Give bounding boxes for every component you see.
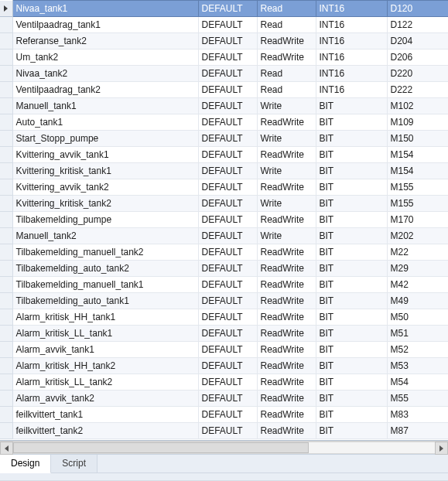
cell-name[interactable]: Ventilpaadrag_tank1 <box>12 17 198 33</box>
row-header[interactable] <box>0 374 12 391</box>
table-row[interactable]: Nivaa_tank2DEFAULTReadINT16D220 <box>0 66 448 82</box>
cell-address[interactable]: M49 <box>387 293 448 309</box>
table-row[interactable]: Um_tank2DEFAULTReadWriteINT16D206 <box>0 49 448 66</box>
row-header[interactable] <box>0 212 12 228</box>
cell-address[interactable]: D122 <box>387 17 448 33</box>
cell-name[interactable]: Alarm_kritisk_HH_tank1 <box>12 309 198 326</box>
cell-name[interactable]: Alarm_avvik_tank1 <box>12 342 198 358</box>
cell-access[interactable]: ReadWrite <box>257 179 316 196</box>
row-header[interactable] <box>0 82 12 98</box>
table-row[interactable]: Ventilpaadrag_tank2DEFAULTReadINT16D222 <box>0 82 448 98</box>
cell-type[interactable]: BIT <box>316 212 387 228</box>
cell-access[interactable]: Read <box>257 17 316 33</box>
cell-address[interactable]: M22 <box>387 244 448 261</box>
cell-name[interactable]: Kvittering_avvik_tank2 <box>12 179 198 196</box>
table-row[interactable]: Kvittering_kritisk_tank1DEFAULTWriteBITM… <box>0 163 448 179</box>
table-row-selected[interactable]: Nivaa_tank1DEFAULTReadINT16D120 <box>0 1 448 17</box>
cell-name[interactable]: Kvittering_avvik_tank1 <box>12 147 198 163</box>
row-header[interactable] <box>0 49 12 66</box>
cell-default[interactable]: DEFAULT <box>198 196 257 212</box>
cell-address[interactable]: M102 <box>387 98 448 114</box>
cell-access[interactable]: Write <box>257 131 316 147</box>
cell-type[interactable]: INT16 <box>316 82 387 98</box>
row-header[interactable] <box>0 114 12 131</box>
cell-address[interactable]: M87 <box>387 423 448 439</box>
cell-type[interactable]: BIT <box>316 407 387 423</box>
cell-type[interactable]: BIT <box>316 277 387 293</box>
cell-name[interactable]: Alarm_kritisk_LL_tank2 <box>12 374 198 391</box>
table-row[interactable]: Alarm_avvik_tank2DEFAULTReadWriteBITM55 <box>0 391 448 407</box>
table-row[interactable]: Referanse_tank2DEFAULTReadWriteINT16D204 <box>0 33 448 49</box>
cell-address[interactable]: M154 <box>387 163 448 179</box>
cell-name[interactable]: Auto_tank1 <box>12 114 198 131</box>
cell-name[interactable]: Manuell_tank2 <box>12 228 198 244</box>
cell-name[interactable]: Tilbakemelding_auto_tank2 <box>12 261 198 277</box>
cell-access[interactable]: ReadWrite <box>257 358 316 374</box>
cell-name[interactable]: Tilbakemelding_auto_tank1 <box>12 293 198 309</box>
cell-address[interactable]: M170 <box>387 212 448 228</box>
cell-name[interactable]: Ventilpaadrag_tank2 <box>12 82 198 98</box>
horizontal-scrollbar[interactable] <box>0 441 448 454</box>
cell-type[interactable]: INT16 <box>316 33 387 49</box>
cell-address[interactable]: M51 <box>387 326 448 342</box>
cell-name[interactable]: Referanse_tank2 <box>12 33 198 49</box>
table-row[interactable]: feilkvittert_tank1DEFAULTReadWriteBITM83 <box>0 407 448 423</box>
cell-type[interactable]: INT16 <box>316 49 387 66</box>
cell-name[interactable]: Alarm_kritisk_LL_tank1 <box>12 326 198 342</box>
cell-address[interactable]: D222 <box>387 82 448 98</box>
cell-address[interactable]: D204 <box>387 33 448 49</box>
cell-access[interactable]: ReadWrite <box>257 277 316 293</box>
row-header[interactable] <box>0 423 12 439</box>
cell-access[interactable]: ReadWrite <box>257 49 316 66</box>
row-header[interactable] <box>0 309 12 326</box>
cell-type[interactable]: BIT <box>316 147 387 163</box>
cell-type[interactable]: INT16 <box>316 66 387 82</box>
row-header[interactable] <box>0 147 12 163</box>
tag-grid[interactable]: Nivaa_tank1DEFAULTReadINT16D120Ventilpaa… <box>0 0 448 441</box>
table-row[interactable]: Tilbakemelding_pumpeDEFAULTReadWriteBITM… <box>0 212 448 228</box>
cell-default[interactable]: DEFAULT <box>198 33 257 49</box>
cell-default[interactable]: DEFAULT <box>198 326 257 342</box>
cell-name[interactable]: Kvittering_kritisk_tank2 <box>12 196 198 212</box>
cell-address[interactable]: M155 <box>387 196 448 212</box>
row-header[interactable] <box>0 342 12 358</box>
cell-access[interactable]: Read <box>257 1 316 17</box>
cell-access[interactable]: Read <box>257 82 316 98</box>
cell-default[interactable]: DEFAULT <box>198 1 257 17</box>
cell-address[interactable]: M42 <box>387 277 448 293</box>
cell-access[interactable]: ReadWrite <box>257 342 316 358</box>
cell-name[interactable]: Tilbakemelding_manuell_tank2 <box>12 244 198 261</box>
cell-default[interactable]: DEFAULT <box>198 131 257 147</box>
row-header[interactable] <box>0 293 12 309</box>
cell-address[interactable]: M202 <box>387 228 448 244</box>
cell-access[interactable]: Read <box>257 66 316 82</box>
row-header[interactable] <box>0 163 12 179</box>
cell-default[interactable]: DEFAULT <box>198 293 257 309</box>
cell-default[interactable]: DEFAULT <box>198 82 257 98</box>
row-header[interactable] <box>0 407 12 423</box>
row-header[interactable] <box>0 33 12 49</box>
cell-type[interactable]: BIT <box>316 342 387 358</box>
cell-name[interactable]: Nivaa_tank2 <box>12 66 198 82</box>
cell-address[interactable]: M83 <box>387 407 448 423</box>
cell-type[interactable]: INT16 <box>316 17 387 33</box>
table-row[interactable]: Alarm_kritisk_HH_tank1DEFAULTReadWriteBI… <box>0 309 448 326</box>
cell-address[interactable]: D206 <box>387 49 448 66</box>
table-row[interactable]: Alarm_avvik_tank1DEFAULTReadWriteBITM52 <box>0 342 448 358</box>
cell-access[interactable]: ReadWrite <box>257 391 316 407</box>
cell-access[interactable]: Write <box>257 196 316 212</box>
tab-script[interactable]: Script <box>51 455 97 473</box>
cell-access[interactable]: Write <box>257 228 316 244</box>
cell-address[interactable]: M55 <box>387 391 448 407</box>
row-header[interactable] <box>0 179 12 196</box>
row-header[interactable] <box>0 1 12 17</box>
cell-address[interactable]: M154 <box>387 147 448 163</box>
cell-type[interactable]: BIT <box>316 391 387 407</box>
cell-address[interactable]: M50 <box>387 309 448 326</box>
cell-name[interactable]: Manuell_tank1 <box>12 98 198 114</box>
cell-default[interactable]: DEFAULT <box>198 114 257 131</box>
cell-address[interactable]: M109 <box>387 114 448 131</box>
cell-default[interactable]: DEFAULT <box>198 49 257 66</box>
cell-address[interactable]: M54 <box>387 374 448 391</box>
scroll-right-button[interactable] <box>435 442 448 455</box>
